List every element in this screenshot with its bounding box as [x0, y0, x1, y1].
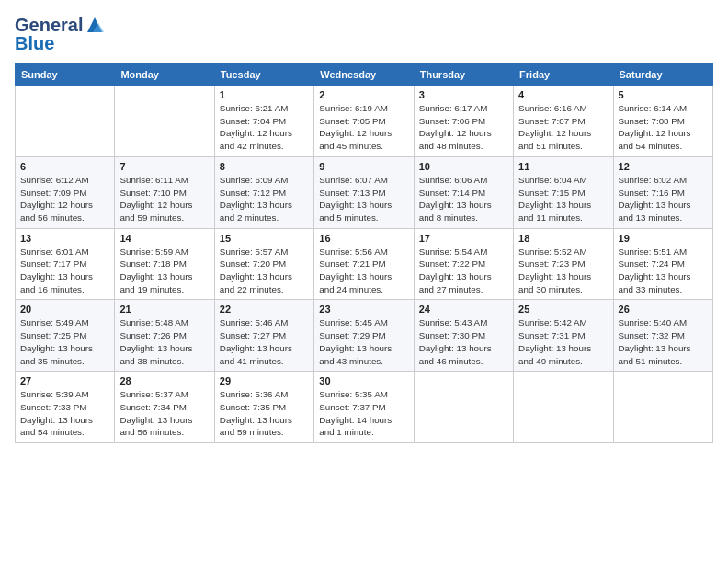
calendar-cell: 23Sunrise: 5:45 AM Sunset: 7:29 PM Dayli… — [314, 300, 414, 372]
day-number: 27 — [20, 375, 109, 386]
calendar-week-5: 27Sunrise: 5:39 AM Sunset: 7:33 PM Dayli… — [16, 372, 713, 443]
day-number: 26 — [619, 304, 708, 315]
weekday-header-sunday: Sunday — [16, 64, 115, 86]
calendar-cell: 6Sunrise: 6:12 AM Sunset: 7:09 PM Daylig… — [16, 156, 115, 228]
page: General Blue SundayMondayTuesdayWednesda… — [0, 0, 728, 563]
day-number: 8 — [220, 161, 309, 172]
calendar-cell: 20Sunrise: 5:49 AM Sunset: 7:25 PM Dayli… — [16, 300, 115, 372]
day-number: 29 — [220, 375, 309, 386]
calendar-cell: 16Sunrise: 5:56 AM Sunset: 7:21 PM Dayli… — [314, 228, 414, 300]
day-info: Sunrise: 5:46 AM Sunset: 7:27 PM Dayligh… — [220, 316, 309, 367]
day-number: 21 — [119, 304, 209, 315]
weekday-header-saturday: Saturday — [613, 64, 712, 86]
day-info: Sunrise: 6:04 AM Sunset: 7:15 PM Dayligh… — [518, 174, 608, 224]
logo-general-text: General — [15, 16, 83, 34]
day-info: Sunrise: 5:36 AM Sunset: 7:35 PM Dayligh… — [220, 388, 309, 439]
calendar-cell — [414, 372, 513, 443]
calendar-cell: 30Sunrise: 5:35 AM Sunset: 7:37 PM Dayli… — [314, 372, 414, 443]
day-info: Sunrise: 6:14 AM Sunset: 7:08 PM Dayligh… — [619, 102, 708, 153]
day-info: Sunrise: 6:07 AM Sunset: 7:13 PM Dayligh… — [319, 174, 408, 224]
day-info: Sunrise: 5:48 AM Sunset: 7:26 PM Dayligh… — [119, 316, 209, 367]
calendar-week-3: 13Sunrise: 6:01 AM Sunset: 7:17 PM Dayli… — [16, 228, 713, 300]
calendar-cell — [115, 86, 214, 157]
day-info: Sunrise: 5:40 AM Sunset: 7:32 PM Dayligh… — [619, 316, 708, 367]
calendar-cell — [16, 86, 115, 157]
day-info: Sunrise: 6:21 AM Sunset: 7:04 PM Dayligh… — [220, 102, 309, 153]
calendar-table: SundayMondayTuesdayWednesdayThursdayFrid… — [15, 63, 713, 443]
calendar-cell: 14Sunrise: 5:59 AM Sunset: 7:18 PM Dayli… — [115, 228, 214, 300]
day-info: Sunrise: 6:12 AM Sunset: 7:09 PM Dayligh… — [20, 174, 109, 224]
day-info: Sunrise: 6:16 AM Sunset: 7:07 PM Dayligh… — [518, 102, 608, 153]
day-number: 22 — [220, 304, 309, 315]
weekday-header-wednesday: Wednesday — [314, 64, 414, 86]
day-info: Sunrise: 5:51 AM Sunset: 7:24 PM Dayligh… — [619, 246, 708, 296]
day-number: 18 — [518, 233, 608, 244]
day-number: 16 — [319, 233, 408, 244]
day-info: Sunrise: 6:09 AM Sunset: 7:12 PM Dayligh… — [220, 174, 309, 224]
weekday-header-friday: Friday — [514, 64, 613, 86]
day-number: 5 — [619, 89, 708, 100]
calendar-cell: 2Sunrise: 6:19 AM Sunset: 7:05 PM Daylig… — [314, 86, 414, 157]
day-info: Sunrise: 6:19 AM Sunset: 7:05 PM Dayligh… — [319, 102, 408, 153]
day-number: 13 — [20, 233, 109, 244]
day-number: 3 — [419, 89, 508, 100]
calendar-cell: 8Sunrise: 6:09 AM Sunset: 7:12 PM Daylig… — [214, 156, 313, 228]
day-info: Sunrise: 5:35 AM Sunset: 7:37 PM Dayligh… — [319, 388, 408, 439]
calendar-cell: 10Sunrise: 6:06 AM Sunset: 7:14 PM Dayli… — [414, 156, 513, 228]
calendar-cell: 12Sunrise: 6:02 AM Sunset: 7:16 PM Dayli… — [613, 156, 712, 228]
day-info: Sunrise: 5:43 AM Sunset: 7:30 PM Dayligh… — [419, 316, 508, 367]
weekday-header-thursday: Thursday — [414, 64, 513, 86]
day-number: 10 — [419, 161, 508, 172]
calendar-cell: 28Sunrise: 5:37 AM Sunset: 7:34 PM Dayli… — [115, 372, 214, 443]
calendar-cell: 29Sunrise: 5:36 AM Sunset: 7:35 PM Dayli… — [214, 372, 313, 443]
day-info: Sunrise: 5:59 AM Sunset: 7:18 PM Dayligh… — [119, 246, 209, 296]
day-number: 9 — [319, 161, 408, 172]
day-number: 12 — [619, 161, 708, 172]
day-number: 25 — [518, 304, 608, 315]
day-info: Sunrise: 5:39 AM Sunset: 7:33 PM Dayligh… — [20, 388, 109, 439]
day-number: 15 — [220, 233, 309, 244]
calendar-week-4: 20Sunrise: 5:49 AM Sunset: 7:25 PM Dayli… — [16, 300, 713, 372]
calendar-cell: 1Sunrise: 6:21 AM Sunset: 7:04 PM Daylig… — [214, 86, 313, 157]
calendar-cell: 27Sunrise: 5:39 AM Sunset: 7:33 PM Dayli… — [16, 372, 115, 443]
day-info: Sunrise: 6:11 AM Sunset: 7:10 PM Dayligh… — [119, 174, 209, 224]
calendar-cell: 15Sunrise: 5:57 AM Sunset: 7:20 PM Dayli… — [214, 228, 313, 300]
day-info: Sunrise: 6:01 AM Sunset: 7:17 PM Dayligh… — [20, 246, 109, 296]
day-info: Sunrise: 5:56 AM Sunset: 7:21 PM Dayligh… — [319, 246, 408, 296]
calendar-cell: 21Sunrise: 5:48 AM Sunset: 7:26 PM Dayli… — [115, 300, 214, 372]
calendar-cell — [514, 372, 613, 443]
day-info: Sunrise: 5:52 AM Sunset: 7:23 PM Dayligh… — [518, 246, 608, 296]
day-number: 14 — [119, 233, 209, 244]
day-info: Sunrise: 6:17 AM Sunset: 7:06 PM Dayligh… — [419, 102, 508, 153]
calendar-cell: 13Sunrise: 6:01 AM Sunset: 7:17 PM Dayli… — [16, 228, 115, 300]
calendar-cell: 18Sunrise: 5:52 AM Sunset: 7:23 PM Dayli… — [514, 228, 613, 300]
calendar-cell: 25Sunrise: 5:42 AM Sunset: 7:31 PM Dayli… — [514, 300, 613, 372]
logo-blue-text: Blue — [15, 33, 54, 54]
calendar-cell — [613, 372, 712, 443]
day-info: Sunrise: 5:42 AM Sunset: 7:31 PM Dayligh… — [518, 316, 608, 367]
calendar-cell: 9Sunrise: 6:07 AM Sunset: 7:13 PM Daylig… — [314, 156, 414, 228]
calendar-cell: 4Sunrise: 6:16 AM Sunset: 7:07 PM Daylig… — [514, 86, 613, 157]
calendar-week-1: 1Sunrise: 6:21 AM Sunset: 7:04 PM Daylig… — [16, 86, 713, 157]
day-info: Sunrise: 5:45 AM Sunset: 7:29 PM Dayligh… — [319, 316, 408, 367]
day-info: Sunrise: 6:06 AM Sunset: 7:14 PM Dayligh… — [419, 174, 508, 224]
calendar-cell: 24Sunrise: 5:43 AM Sunset: 7:30 PM Dayli… — [414, 300, 513, 372]
day-info: Sunrise: 6:02 AM Sunset: 7:16 PM Dayligh… — [619, 174, 708, 224]
weekday-header-row: SundayMondayTuesdayWednesdayThursdayFrid… — [16, 64, 713, 86]
day-number: 24 — [419, 304, 508, 315]
day-number: 1 — [220, 89, 309, 100]
logo: General Blue — [15, 15, 105, 54]
calendar-cell: 5Sunrise: 6:14 AM Sunset: 7:08 PM Daylig… — [613, 86, 712, 157]
day-number: 7 — [119, 161, 209, 172]
day-info: Sunrise: 5:37 AM Sunset: 7:34 PM Dayligh… — [119, 388, 209, 439]
day-number: 2 — [319, 89, 408, 100]
day-number: 30 — [319, 375, 408, 386]
calendar-cell: 11Sunrise: 6:04 AM Sunset: 7:15 PM Dayli… — [514, 156, 613, 228]
day-number: 6 — [20, 161, 109, 172]
weekday-header-monday: Monday — [115, 64, 214, 86]
weekday-header-tuesday: Tuesday — [214, 64, 313, 86]
day-number: 11 — [518, 161, 608, 172]
calendar-week-2: 6Sunrise: 6:12 AM Sunset: 7:09 PM Daylig… — [16, 156, 713, 228]
calendar-cell: 26Sunrise: 5:40 AM Sunset: 7:32 PM Dayli… — [613, 300, 712, 372]
day-info: Sunrise: 5:54 AM Sunset: 7:22 PM Dayligh… — [419, 246, 508, 296]
